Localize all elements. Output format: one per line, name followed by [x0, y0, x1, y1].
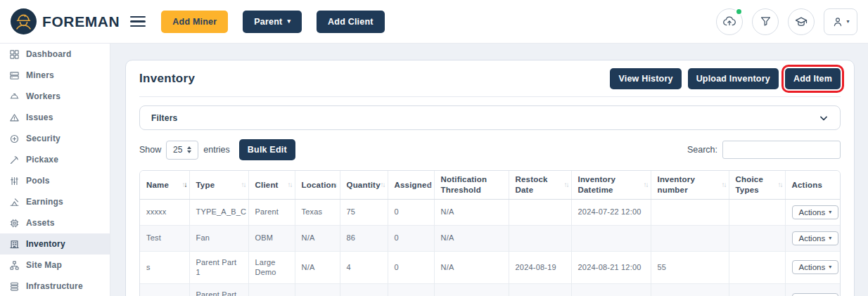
- row-actions-label: Actions: [799, 263, 826, 271]
- sidebar-item-site-map[interactable]: Site Map: [0, 255, 110, 276]
- hamburger-menu-icon[interactable]: [130, 16, 146, 27]
- bulk-edit-button[interactable]: Bulk Edit: [239, 139, 295, 160]
- column-header-choice-types[interactable]: Choice Types↑↓: [729, 171, 785, 199]
- cell-name: xxxxx: [140, 199, 189, 225]
- cell-notification-threshold: 15: [434, 284, 509, 296]
- cell-location: N/A: [295, 251, 340, 284]
- sidebar-item-pools[interactable]: Pools: [0, 170, 110, 191]
- caret-down-icon: ▾: [846, 19, 849, 25]
- cell-client: Large Demo: [248, 251, 295, 284]
- column-header-location[interactable]: Location↑↓: [295, 171, 340, 199]
- cell-assigned: 0: [388, 225, 434, 251]
- dashboard-grid-icon: [9, 49, 20, 60]
- sidebar-item-label: Pickaxe: [26, 155, 58, 165]
- entries-label: entries: [203, 145, 230, 155]
- column-header-assigned[interactable]: Assigned↑↓: [388, 171, 434, 199]
- caret-down-icon: ▾: [829, 264, 831, 270]
- sidebar-item-miners[interactable]: Miners: [0, 65, 110, 86]
- upload-inventory-button[interactable]: Upload Inventory: [688, 68, 779, 89]
- sidebar: Dashboard Miners Workers Issues Security…: [0, 44, 110, 296]
- filters-accordion[interactable]: Filters: [139, 105, 841, 130]
- select-arrows-icon: [187, 146, 191, 153]
- sliders-icon: [9, 176, 20, 186]
- add-miner-button[interactable]: Add Miner: [161, 11, 228, 33]
- cell-assigned: 0: [388, 199, 434, 225]
- row-actions-button[interactable]: Actions ▾: [792, 205, 839, 219]
- cell-restock-date: [509, 199, 571, 225]
- add-client-button[interactable]: Add Client: [317, 11, 385, 33]
- page-size-select[interactable]: 25: [166, 141, 198, 160]
- brand-logo[interactable]: FOREMAN: [11, 8, 120, 34]
- cell-actions: Actions ▾: [785, 199, 841, 225]
- view-history-label: View History: [618, 74, 672, 84]
- foreman-helmet-logo-icon: [11, 8, 37, 34]
- column-header-name[interactable]: Name↑↓: [140, 171, 189, 199]
- column-header-inventory-datetime[interactable]: Inventory Datetime↑↓: [571, 171, 651, 199]
- sidebar-item-label: Inventory: [26, 239, 65, 249]
- sidebar-item-inventory[interactable]: Inventory: [0, 233, 110, 255]
- add-item-button[interactable]: Add Item: [785, 68, 841, 89]
- cell-quantity: 4: [340, 251, 388, 284]
- cell-inventory-number: 55: [651, 251, 729, 284]
- cell-client: OBM: [248, 225, 295, 251]
- cell-name: Test: [140, 225, 189, 251]
- cell-inventory-datetime: 2024-08-21 12:00: [571, 251, 651, 284]
- table-controls: Show 25 entries Bulk Edit Search:: [139, 139, 841, 160]
- cell-inventory-datetime: 2024-07-22 12:00: [571, 199, 651, 225]
- hard-hat-icon: [9, 91, 20, 102]
- user-icon: [831, 15, 844, 28]
- sidebar-item-earnings[interactable]: Earnings: [0, 191, 110, 212]
- sidebar-item-workers[interactable]: Workers: [0, 86, 110, 107]
- pickaxe-icon: [9, 155, 20, 165]
- navbar-right-controls: ▾: [716, 8, 857, 35]
- add-client-label: Add Client: [328, 17, 374, 27]
- caret-down-icon: ▾: [287, 18, 291, 25]
- user-menu-button[interactable]: ▾: [824, 8, 857, 35]
- sort-icon: ↑↓: [241, 181, 245, 190]
- cell-restock-date: 2024-08-19: [509, 251, 571, 284]
- inventory-card: Inventory View History Upload Inventory …: [125, 60, 855, 296]
- sort-icon: ↑↓: [288, 181, 292, 190]
- cell-quantity: 75: [340, 199, 388, 225]
- column-header-restock-date[interactable]: Restock Date↑↓: [509, 171, 571, 199]
- cell-inventory-number: [651, 199, 729, 225]
- parent-dropdown-button[interactable]: Parent ▾: [243, 11, 302, 33]
- sidebar-item-security[interactable]: Security: [0, 128, 110, 149]
- sort-icon: ↑↓: [427, 181, 431, 190]
- column-header-client[interactable]: Client↑↓: [248, 171, 295, 199]
- cell-inventory-datetime: [571, 284, 651, 296]
- sidebar-item-assets[interactable]: Assets: [0, 212, 110, 233]
- column-header-quantity[interactable]: Quantity↑↓: [340, 171, 388, 199]
- show-label: Show: [139, 145, 161, 155]
- filters-label: Filters: [151, 113, 177, 123]
- cell-inventory-datetime: [571, 225, 651, 251]
- cell-quantity: 98: [340, 284, 388, 296]
- view-history-button[interactable]: View History: [610, 68, 681, 89]
- cell-name: s: [140, 251, 189, 284]
- training-button[interactable]: [788, 8, 815, 35]
- sidebar-item-infrastructure[interactable]: Infrastructure: [0, 276, 110, 296]
- column-header-inventory-number[interactable]: Inventory number↑↓: [651, 171, 729, 199]
- sidebar-item-label: Workers: [26, 91, 60, 101]
- sort-icon: ↑↓: [778, 181, 782, 190]
- filter-button[interactable]: [752, 8, 779, 35]
- sidebar-item-pickaxe[interactable]: Pickaxe: [0, 149, 110, 170]
- warning-triangle-icon: [9, 112, 20, 123]
- cell-inventory-number: [651, 284, 729, 296]
- add-miner-label: Add Miner: [172, 17, 217, 27]
- row-actions-button[interactable]: Actions ▾: [792, 260, 839, 274]
- notification-dot: [735, 8, 743, 15]
- cell-restock-date: [509, 225, 571, 251]
- cell-location: N/A: [295, 225, 340, 251]
- cloud-upload-button[interactable]: [716, 8, 743, 35]
- search-input[interactable]: [722, 141, 841, 159]
- sidebar-item-issues[interactable]: Issues: [0, 107, 110, 128]
- cell-type: Parent Part 1: [189, 251, 248, 284]
- sidebar-item-dashboard[interactable]: Dashboard: [0, 44, 110, 65]
- column-header-type[interactable]: Type↑↓: [189, 171, 248, 199]
- sort-icon: ↑↓: [333, 181, 337, 190]
- row-actions-button[interactable]: Actions ▾: [792, 293, 839, 296]
- sidebar-item-label: Site Map: [26, 260, 62, 270]
- row-actions-button[interactable]: Actions ▾: [792, 231, 839, 245]
- card-header-actions: View History Upload Inventory Add Item: [610, 68, 841, 89]
